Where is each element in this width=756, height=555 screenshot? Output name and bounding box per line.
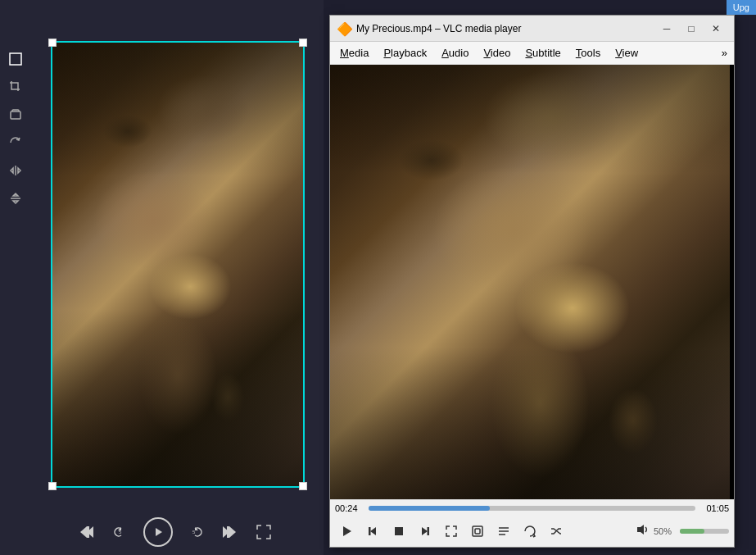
vlc-playlist-button[interactable] bbox=[492, 521, 515, 542]
vlc-skip-prev-button[interactable] bbox=[361, 521, 384, 542]
vlc-loop-button[interactable] bbox=[518, 521, 541, 542]
vlc-title: My Precious.mp4 – VLC media player bbox=[356, 23, 655, 34]
menu-view[interactable]: View bbox=[609, 45, 645, 61]
upgrade-badge[interactable]: Upg bbox=[727, 0, 756, 15]
handle-bottom-right[interactable] bbox=[299, 482, 307, 490]
left-panel: 5 5 bbox=[0, 0, 324, 555]
menu-tools[interactable]: Tools bbox=[569, 45, 607, 61]
flip-v-tool[interactable] bbox=[4, 187, 27, 210]
maximize-button[interactable]: □ bbox=[680, 20, 703, 38]
rewind-button[interactable]: 5 bbox=[109, 520, 134, 544]
vlc-total-time: 01:05 bbox=[700, 503, 729, 513]
handle-bottom-left[interactable] bbox=[48, 482, 57, 490]
crop-tool[interactable] bbox=[4, 75, 27, 98]
vlc-stop-button[interactable] bbox=[387, 521, 410, 542]
black-bar-right bbox=[730, 65, 734, 499]
vlc-window-controls: ─ □ ✕ bbox=[655, 20, 727, 38]
skip-back-button[interactable] bbox=[75, 520, 99, 544]
left-toolbar bbox=[0, 41, 31, 216]
svg-marker-7 bbox=[156, 528, 162, 536]
vlc-controls: 50% bbox=[330, 518, 734, 547]
vlc-volume-bar[interactable] bbox=[680, 529, 729, 534]
vlc-video-area bbox=[330, 65, 734, 499]
layers-tool[interactable] bbox=[4, 103, 27, 126]
play-button[interactable] bbox=[143, 517, 173, 547]
select-tool[interactable] bbox=[4, 48, 27, 71]
forward-button[interactable]: 5 bbox=[183, 520, 207, 544]
svg-marker-17 bbox=[422, 527, 428, 535]
flip-h-tool[interactable] bbox=[4, 159, 27, 182]
minimize-button[interactable]: ─ bbox=[655, 20, 678, 38]
svg-rect-20 bbox=[475, 529, 480, 534]
svg-marker-13 bbox=[343, 526, 351, 536]
menu-media[interactable]: Media bbox=[333, 45, 375, 61]
vlc-shuffle-button[interactable] bbox=[545, 521, 568, 542]
vlc-window: 🔶 My Precious.mp4 – VLC media player ─ □… bbox=[329, 15, 735, 548]
vlc-time-row: 00:24 01:05 bbox=[335, 503, 729, 513]
vlc-volume-area: 50% bbox=[636, 522, 729, 540]
bottom-controls: 5 5 bbox=[31, 517, 319, 547]
vlc-menubar: Media Playback Audio Video Subtitle Tool… bbox=[330, 42, 734, 65]
vlc-extended-button[interactable] bbox=[466, 521, 489, 542]
vlc-play-button[interactable] bbox=[335, 521, 358, 542]
menu-audio[interactable]: Audio bbox=[435, 45, 475, 61]
vlc-skip-next-button[interactable] bbox=[414, 521, 437, 542]
vlc-fullscreen-button[interactable] bbox=[440, 521, 463, 542]
vlc-volume-icon[interactable] bbox=[636, 522, 650, 540]
fullscreen-left-button[interactable] bbox=[251, 520, 276, 544]
vlc-progress-area: 00:24 01:05 bbox=[330, 499, 734, 518]
close-button[interactable]: ✕ bbox=[704, 20, 727, 38]
handle-top-right[interactable] bbox=[299, 39, 307, 47]
svg-marker-10 bbox=[229, 526, 236, 538]
svg-marker-14 bbox=[370, 527, 376, 535]
vlc-volume-fill bbox=[680, 529, 704, 534]
svg-rect-18 bbox=[428, 527, 430, 535]
svg-marker-2 bbox=[80, 526, 87, 538]
handle-top-left[interactable] bbox=[48, 39, 57, 47]
svg-marker-24 bbox=[637, 525, 644, 535]
svg-rect-0 bbox=[10, 53, 21, 65]
video-frame bbox=[51, 41, 305, 488]
vlc-progress-fill bbox=[369, 506, 490, 511]
svg-rect-16 bbox=[395, 527, 403, 535]
skip-forward-button[interactable] bbox=[217, 520, 242, 544]
vlc-volume-label: 50% bbox=[654, 526, 677, 536]
svg-rect-1 bbox=[11, 111, 20, 119]
vlc-app-icon: 🔶 bbox=[337, 21, 351, 36]
video-canvas bbox=[43, 33, 313, 496]
vlc-progress-bar[interactable] bbox=[369, 506, 695, 511]
menu-more[interactable]: » bbox=[718, 45, 731, 61]
video-preview-right bbox=[330, 65, 734, 499]
menu-video[interactable]: Video bbox=[477, 45, 517, 61]
video-preview-left bbox=[52, 43, 303, 486]
menu-subtitle[interactable]: Subtitle bbox=[518, 45, 567, 61]
svg-rect-15 bbox=[369, 527, 371, 535]
svg-rect-19 bbox=[473, 526, 482, 536]
vlc-titlebar[interactable]: 🔶 My Precious.mp4 – VLC media player ─ □… bbox=[330, 16, 734, 42]
menu-playback[interactable]: Playback bbox=[377, 45, 433, 61]
vlc-current-time: 00:24 bbox=[335, 503, 364, 513]
rotate-tool[interactable] bbox=[4, 131, 27, 154]
